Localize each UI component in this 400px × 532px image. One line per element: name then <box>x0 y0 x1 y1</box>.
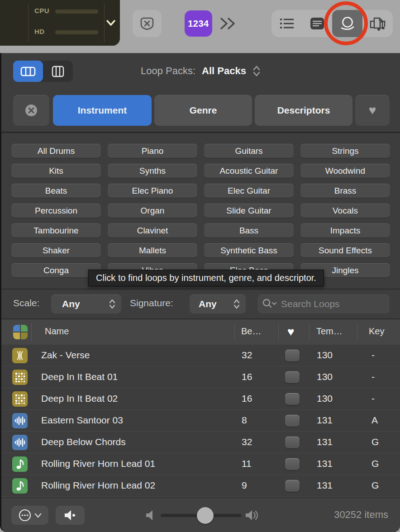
favorite-checkbox[interactable] <box>285 371 300 383</box>
category-sound-effects[interactable]: Sound Effects <box>300 243 390 257</box>
count-in-label: 1234 <box>188 19 209 29</box>
loop-beats: 32 <box>242 437 252 447</box>
loop-name: Rolling River Horn Lead 02 <box>41 480 155 491</box>
category-clavinet[interactable]: Clavinet <box>108 223 197 238</box>
loop-row[interactable]: Eastern Santoor 03 8 131 A <box>1 410 400 432</box>
loop-tempo: 131 <box>317 415 333 426</box>
favorite-checkbox[interactable] <box>285 437 300 448</box>
column-separator[interactable] <box>234 323 235 341</box>
category-brass[interactable]: Brass <box>300 184 390 198</box>
category-woodwind[interactable]: Woodwind <box>300 164 390 178</box>
category-guitars[interactable]: Guitars <box>204 144 294 158</box>
audio-loop-icon <box>12 413 28 428</box>
loop-icon <box>339 16 356 31</box>
play-in-track-button[interactable] <box>56 506 85 525</box>
column-header-tempo[interactable]: Tem… <box>316 326 343 337</box>
loop-type-quad-icon[interactable] <box>13 325 28 339</box>
loop-key: - <box>371 393 375 404</box>
search-loops-field[interactable] <box>257 294 390 314</box>
loop-name: Deep In It Beat 01 <box>41 371 118 382</box>
category-organ[interactable]: Organ <box>108 204 197 218</box>
actions-menu-button[interactable] <box>11 506 48 525</box>
category-vocals[interactable]: Vocals <box>300 204 390 218</box>
column-separator[interactable] <box>309 323 310 341</box>
category-elec-guitar[interactable]: Elec Guitar <box>204 184 294 198</box>
loop-browser-header: Loop Packs: All Packs <box>1 53 400 89</box>
category-shaker[interactable]: Shaker <box>11 243 101 257</box>
category-acoustic-guitar[interactable]: Acoustic Guitar <box>204 164 294 178</box>
category-piano[interactable]: Piano <box>108 144 197 158</box>
favorite-checkbox[interactable] <box>285 480 300 492</box>
logic-loop-browser-screenshot: CPU HD 1234 <box>0 0 400 532</box>
category-grid-section: All Drums Piano Guitars Strings Kits Syn… <box>1 133 400 289</box>
favorite-checkbox[interactable] <box>285 415 300 427</box>
search-input[interactable] <box>281 299 385 309</box>
category-synthetic-bass[interactable]: Synthetic Bass <box>204 243 294 257</box>
count-in-off-button[interactable] <box>133 10 162 37</box>
volume-max-icon <box>245 509 260 522</box>
tab-genre[interactable]: Genre <box>154 95 252 126</box>
lcd-chevron-down-icon[interactable] <box>105 17 117 30</box>
volume-slider-knob[interactable] <box>197 507 214 524</box>
category-strings[interactable]: Strings <box>300 144 390 158</box>
favorites-button[interactable]: ♥ <box>355 95 390 126</box>
clear-filters-button[interactable] <box>13 95 49 126</box>
category-synths[interactable]: Synths <box>108 164 197 178</box>
loop-row[interactable]: Zak - Verse 32 130 - <box>1 345 400 366</box>
favorite-checkbox[interactable] <box>285 393 300 405</box>
category-bass[interactable]: Bass <box>204 223 294 238</box>
loop-row[interactable]: Deep In It Beat 02 16 130 - <box>1 388 400 410</box>
loop-browser-button[interactable] <box>332 10 362 37</box>
items-count: 30252 items <box>334 509 388 521</box>
loop-tempo: 130 <box>317 350 333 361</box>
loop-browser-footer: 30252 items <box>1 498 400 532</box>
category-beats[interactable]: Beats <box>11 184 101 198</box>
category-kits[interactable]: Kits <box>11 164 101 178</box>
column-header-favorites-heart-icon[interactable]: ♥ <box>287 325 294 339</box>
category-percussion[interactable]: Percussion <box>11 204 101 218</box>
column-header-key[interactable]: Key <box>369 326 384 337</box>
loop-packs-selector[interactable]: Loop Packs: All Packs <box>1 53 400 89</box>
category-tambourine[interactable]: Tambourine <box>11 223 101 238</box>
cpu-meter <box>55 10 98 14</box>
note-pads-button[interactable] <box>302 10 332 37</box>
tab-descriptors[interactable]: Descriptors <box>255 95 352 126</box>
loop-row[interactable]: Deep Below Chords 32 131 G <box>1 432 400 453</box>
count-in-button[interactable]: 1234 <box>185 10 212 37</box>
audio-loop-icon <box>12 348 28 363</box>
category-elec-piano[interactable]: Elec Piano <box>108 184 197 198</box>
media-browser-button[interactable] <box>362 10 393 37</box>
signature-value: Any <box>199 299 217 309</box>
loop-row[interactable]: Rolling River Horn Lead 01 11 131 G <box>1 453 400 475</box>
signature-select[interactable]: Any <box>190 294 246 314</box>
list-editors-button[interactable] <box>271 10 302 37</box>
column-separator <box>31 323 32 341</box>
column-separator[interactable] <box>357 323 357 341</box>
midi-loop-icon <box>12 456 28 472</box>
loop-key: - <box>371 371 375 382</box>
audio-loop-icon <box>12 435 28 450</box>
column-header-beats[interactable]: Be… <box>241 326 261 337</box>
main-toolbar: CPU HD 1234 <box>0 0 400 53</box>
category-impacts[interactable]: Impacts <box>300 223 390 238</box>
midi-loop-icon <box>12 478 28 494</box>
category-all-drums[interactable]: All Drums <box>11 144 101 158</box>
scale-select[interactable]: Any <box>51 294 121 314</box>
shield-x-icon <box>139 15 155 32</box>
category-conga[interactable]: Conga <box>11 263 101 277</box>
category-mallets[interactable]: Mallets <box>108 243 197 257</box>
tab-instrument[interactable]: Instrument <box>53 95 152 126</box>
favorite-checkbox[interactable] <box>285 458 300 470</box>
column-header-name[interactable]: Name <box>45 326 69 337</box>
loop-key: G <box>371 458 379 469</box>
loop-tempo: 130 <box>317 393 333 404</box>
scale-label: Scale: <box>13 298 39 309</box>
loop-beats: 11 <box>242 458 252 469</box>
toolbar-overflow-chevrons-icon[interactable] <box>219 15 238 34</box>
search-icon <box>262 298 277 310</box>
favorite-checkbox[interactable] <box>285 350 300 361</box>
loop-row[interactable]: Deep In It Beat 01 16 130 - <box>1 366 400 388</box>
category-slide-guitar[interactable]: Slide Guitar <box>204 204 294 218</box>
loop-row[interactable]: Rolling River Horn Lead 02 9 131 G <box>1 475 400 497</box>
column-separator[interactable] <box>278 323 279 341</box>
